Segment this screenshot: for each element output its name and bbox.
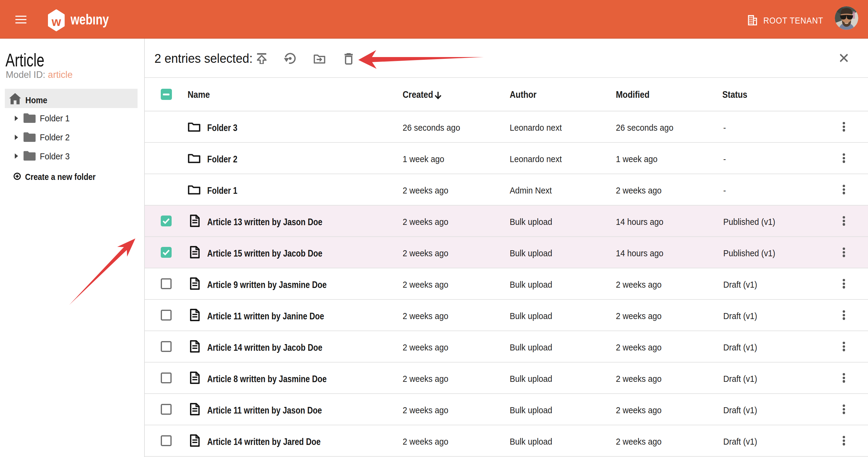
svg-text:w: w	[52, 15, 62, 28]
